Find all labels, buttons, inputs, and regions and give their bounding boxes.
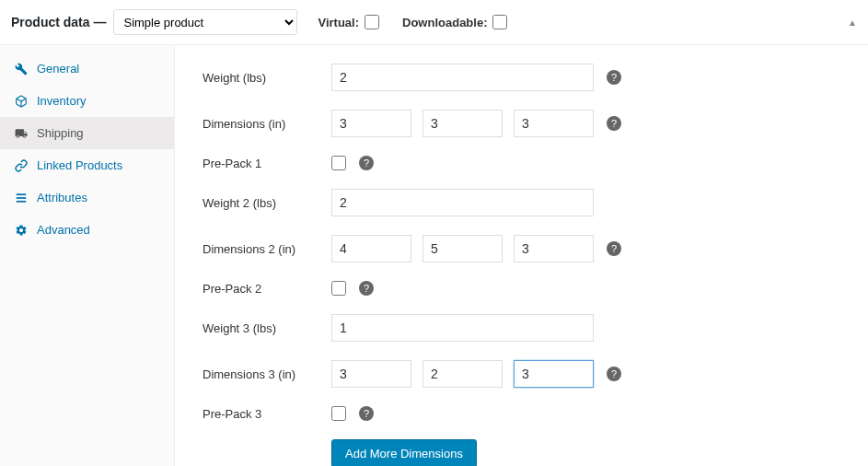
panel-body: General Inventory Shipping Linked Produc…: [0, 45, 868, 466]
product-type-select[interactable]: Simple product: [113, 9, 297, 35]
panel-title: Product data —: [11, 15, 106, 29]
dim2-length-input[interactable]: [331, 235, 411, 262]
truck-icon: [13, 127, 29, 140]
dim2-height-input[interactable]: [514, 235, 594, 262]
sidebar-item-shipping[interactable]: Shipping: [0, 117, 174, 149]
svg-rect-2: [17, 197, 27, 199]
help-icon[interactable]: ?: [359, 406, 374, 421]
row-dimensions2: Dimensions 2 (in) ?: [203, 235, 840, 262]
row-weight3: Weight 3 (lbs): [203, 314, 840, 342]
help-icon[interactable]: ?: [607, 70, 621, 85]
dim3-height-input[interactable]: [514, 360, 594, 388]
virtual-option[interactable]: Virtual:: [318, 12, 382, 32]
sidebar-item-label: General: [37, 62, 79, 76]
row-dimensions: Dimensions (in) ?: [203, 110, 840, 137]
weight-input[interactable]: [331, 64, 594, 91]
dim-height-input[interactable]: [514, 110, 594, 137]
sidebar-item-attributes[interactable]: Attributes: [0, 181, 174, 214]
weight2-input[interactable]: [331, 189, 594, 216]
row-weight: Weight (lbs) ?: [203, 64, 840, 91]
help-icon[interactable]: ?: [607, 241, 621, 256]
downloadable-label: Downloadable:: [402, 16, 487, 29]
dim-length-input[interactable]: [331, 110, 411, 137]
sidebar-item-linked[interactable]: Linked Products: [0, 149, 174, 181]
dim3-length-input[interactable]: [331, 360, 411, 388]
weight2-label: Weight 2 (lbs): [203, 196, 331, 210]
dimensions3-label: Dimensions 3 (in): [203, 367, 331, 381]
help-icon[interactable]: ?: [359, 156, 374, 170]
add-more-dimensions-button[interactable]: Add More Dimensions: [331, 439, 477, 466]
wrench-icon: [13, 63, 29, 76]
prepack3-checkbox[interactable]: [331, 406, 346, 421]
prepack2-checkbox[interactable]: [331, 281, 346, 296]
collapse-toggle-icon[interactable]: ▲: [848, 17, 857, 28]
list-icon: [13, 192, 29, 204]
help-icon[interactable]: ?: [607, 116, 621, 131]
svg-rect-3: [17, 200, 27, 202]
downloadable-option[interactable]: Downloadable:: [402, 12, 510, 32]
sidebar-item-label: Shipping: [37, 126, 84, 140]
sidebar-item-label: Linked Products: [37, 158, 122, 172]
weight3-label: Weight 3 (lbs): [203, 321, 331, 335]
link-icon: [13, 159, 29, 172]
prepack3-label: Pre-Pack 3: [203, 407, 331, 421]
sidebar-item-advanced[interactable]: Advanced: [0, 214, 174, 246]
prepack2-label: Pre-Pack 2: [203, 282, 331, 296]
dimensions-label: Dimensions (in): [203, 117, 331, 131]
virtual-checkbox[interactable]: [365, 15, 379, 29]
shipping-form: Weight (lbs) ? Dimensions (in) ? Pre-Pac…: [175, 45, 868, 466]
package-icon: [13, 95, 29, 108]
help-icon[interactable]: ?: [607, 367, 621, 381]
dim3-width-input[interactable]: [422, 360, 503, 388]
weight3-input[interactable]: [331, 314, 594, 342]
row-prepack3: Pre-Pack 3 ?: [203, 406, 840, 421]
downloadable-checkbox[interactable]: [492, 15, 507, 29]
sidebar-item-label: Inventory: [37, 94, 86, 108]
row-add-button: Add More Dimensions: [203, 439, 840, 466]
row-weight2: Weight 2 (lbs): [203, 189, 840, 216]
svg-rect-1: [17, 193, 27, 195]
virtual-label: Virtual:: [318, 16, 359, 29]
row-dimensions3: Dimensions 3 (in) ?: [203, 360, 840, 388]
prepack1-checkbox[interactable]: [331, 156, 346, 170]
weight-label: Weight (lbs): [203, 71, 331, 85]
dim2-width-input[interactable]: [422, 235, 503, 262]
sidebar-item-inventory[interactable]: Inventory: [0, 85, 174, 117]
sidebar-item-general[interactable]: General: [0, 52, 174, 85]
row-prepack2: Pre-Pack 2 ?: [203, 281, 840, 296]
sidebar: General Inventory Shipping Linked Produc…: [0, 45, 175, 466]
dimensions2-label: Dimensions 2 (in): [203, 242, 331, 256]
prepack1-label: Pre-Pack 1: [203, 157, 331, 170]
sidebar-item-label: Attributes: [37, 191, 87, 204]
sidebar-item-label: Advanced: [37, 223, 90, 237]
product-data-panel: Product data — Simple product Virtual: D…: [0, 0, 868, 466]
panel-header: Product data — Simple product Virtual: D…: [0, 0, 868, 45]
dim-width-input[interactable]: [422, 110, 503, 137]
help-icon[interactable]: ?: [359, 281, 374, 296]
gear-icon: [13, 224, 29, 237]
row-prepack1: Pre-Pack 1 ?: [203, 156, 840, 170]
